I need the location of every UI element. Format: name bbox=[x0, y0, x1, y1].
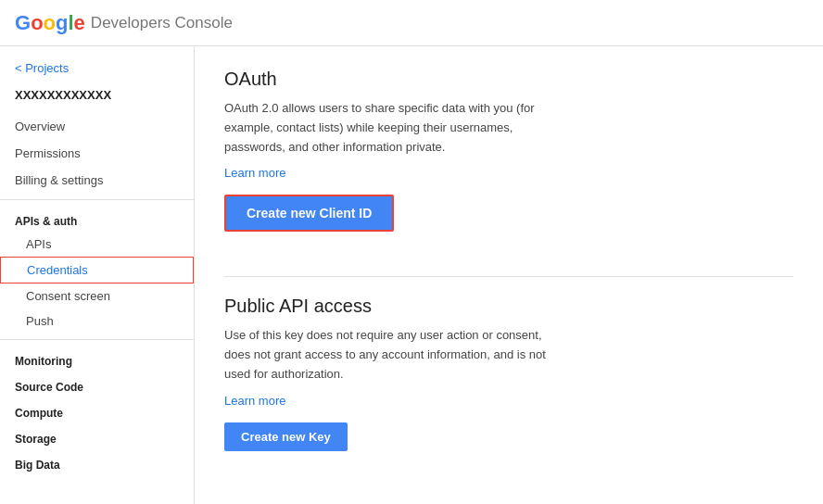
back-to-projects[interactable]: < Projects bbox=[0, 56, 194, 81]
sidebar-item-consent-screen[interactable]: Consent screen bbox=[0, 284, 194, 309]
sidebar-section-apis-auth: APIs & auth bbox=[0, 206, 194, 232]
oauth-learn-more[interactable]: Learn more bbox=[224, 166, 285, 180]
sidebar-item-overview[interactable]: Overview bbox=[0, 113, 194, 140]
header: Google Developers Console bbox=[0, 0, 823, 46]
sidebar-item-apis[interactable]: APIs bbox=[0, 232, 194, 257]
sidebar-item-credentials[interactable]: Credentials bbox=[0, 257, 194, 284]
sidebar: < Projects XXXXXXXXXXXX Overview Permiss… bbox=[0, 46, 195, 504]
public-api-learn-more[interactable]: Learn more bbox=[224, 394, 285, 408]
sidebar-item-monitoring[interactable]: Monitoring bbox=[0, 346, 194, 372]
sidebar-item-permissions[interactable]: Permissions bbox=[0, 140, 194, 167]
project-name: XXXXXXXXXXXX bbox=[0, 81, 194, 113]
main-layout: < Projects XXXXXXXXXXXX Overview Permiss… bbox=[0, 46, 823, 504]
app-title: Developers Console bbox=[91, 14, 233, 32]
divider2 bbox=[0, 339, 194, 340]
google-logo: Google bbox=[15, 11, 85, 35]
sidebar-item-billing[interactable]: Billing & settings bbox=[0, 167, 194, 194]
oauth-description: OAuth 2.0 allows users to share specific… bbox=[224, 99, 549, 157]
sidebar-item-storage[interactable]: Storage bbox=[0, 423, 194, 449]
create-client-id-button[interactable]: Create new Client ID bbox=[224, 195, 394, 232]
oauth-title: OAuth bbox=[224, 69, 793, 90]
divider bbox=[0, 199, 194, 200]
sidebar-item-push[interactable]: Push bbox=[0, 309, 194, 334]
sidebar-item-source-code[interactable]: Source Code bbox=[0, 372, 194, 397]
create-new-key-button[interactable]: Create new Key bbox=[224, 422, 348, 451]
public-api-title: Public API access bbox=[224, 296, 793, 317]
content-area: OAuth OAuth 2.0 allows users to share sp… bbox=[195, 46, 823, 504]
sidebar-item-big-data[interactable]: Big Data bbox=[0, 449, 194, 475]
section-divider bbox=[224, 276, 793, 277]
public-api-description: Use of this key does not require any use… bbox=[224, 326, 549, 384]
sidebar-item-compute[interactable]: Compute bbox=[0, 397, 194, 423]
logo: Google Developers Console bbox=[15, 11, 233, 35]
